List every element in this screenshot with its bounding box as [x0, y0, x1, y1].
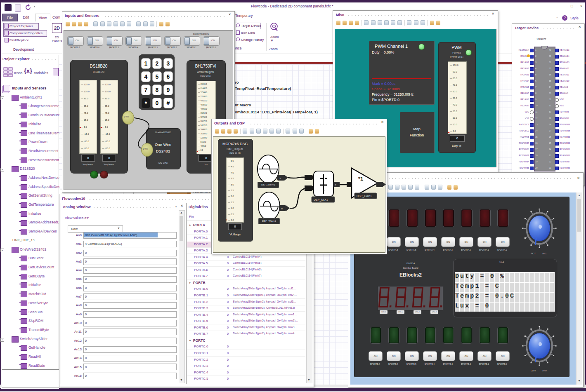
- svg-text:»: »: [279, 176, 281, 180]
- svg-text:DSP_MIX1: DSP_MIX1: [314, 198, 328, 202]
- svg-text:*1: *1: [358, 176, 363, 182]
- svg-text:DSP_Gain1: DSP_Gain1: [357, 195, 372, 198]
- svg-text:»: »: [281, 207, 283, 211]
- svg-text:»: »: [335, 183, 337, 187]
